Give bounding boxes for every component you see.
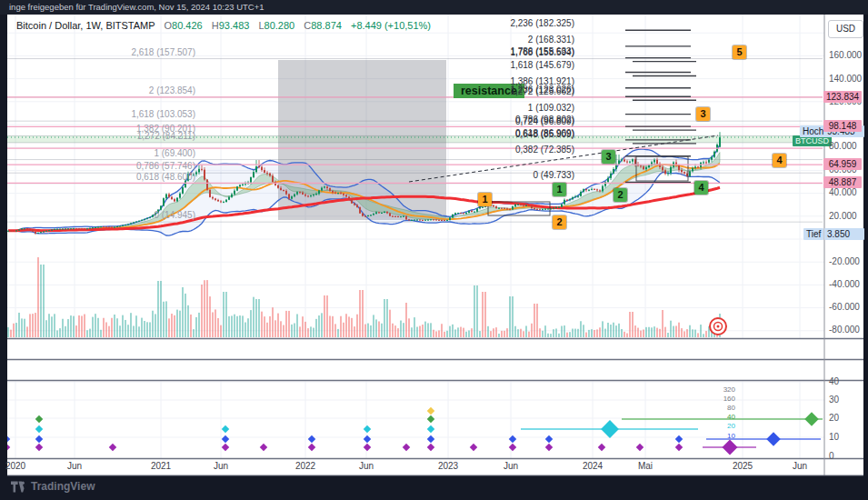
symbol-title[interactable]: Bitcoin / Dollar, 1W, BITSTAMP	[16, 20, 155, 31]
wave-count-badge-orange-2[interactable]: 2	[553, 215, 566, 229]
fib-retracement-label: 1,618 (103.053)	[14, 109, 195, 119]
indicator-level-label: 80	[708, 404, 735, 412]
fib-extension-label: 0 (49.733)	[393, 170, 574, 180]
open-label: O	[164, 20, 172, 31]
indicator-axis-label: 10	[829, 432, 839, 442]
wave-count-badge-green-1[interactable]: 1	[553, 183, 566, 196]
indicator-level-label: 10	[708, 432, 735, 440]
time-axis-label[interactable]: 2022	[285, 461, 325, 471]
indicator-axis-label: 0	[829, 451, 834, 461]
wave-count-badge-green-4[interactable]: 4	[694, 181, 708, 195]
indicator-level-label: 320	[708, 385, 735, 394]
time-axis-label[interactable]: Mai	[625, 461, 665, 471]
time-axis-label[interactable]: 2021	[141, 461, 181, 471]
indicator-level-label: 20	[708, 422, 735, 430]
fib-extension-label: 1,272 (125.662)	[393, 86, 574, 96]
price-axis-label: -20.000	[829, 256, 860, 266]
price-axis-label: 140.000	[829, 74, 862, 84]
currency-toggle-button[interactable]: USD	[828, 20, 863, 38]
indicator-level-label: 160	[708, 395, 735, 403]
high-label: H	[212, 20, 219, 31]
time-axis-label[interactable]: Jun	[201, 461, 241, 471]
time-axis-label[interactable]: Jun	[780, 461, 820, 471]
fib-extension-label: 0,648 (85.909)	[393, 129, 574, 139]
indicator-axis-label: 30	[829, 395, 839, 405]
alert-price-label[interactable]: 64.959	[823, 158, 862, 170]
tradingview-screenshot: inge freigegeben für TradingView.com, No…	[0, 0, 868, 500]
fib-extension-label: 1,768 (158.594)	[393, 47, 574, 57]
wave-count-badge-green-3[interactable]: 3	[602, 150, 615, 164]
low-value: 80.280	[264, 20, 295, 31]
price-axis-label: -40.000	[829, 279, 860, 289]
price-axis-label: -80.000	[829, 325, 860, 335]
price-axis-label: -60.000	[829, 302, 860, 312]
wave-count-badge-orange-5[interactable]: 5	[733, 45, 746, 59]
alert-price-label[interactable]: 123.834	[823, 91, 862, 103]
fib-extension-label: 2 (168.331)	[393, 35, 574, 45]
fib-extension-label: 2,236 (182.325)	[393, 18, 574, 28]
price-axis-label: 40.000	[829, 187, 857, 197]
time-axis-label[interactable]: 2020	[0, 461, 35, 471]
time-axis-label[interactable]: Jun	[55, 461, 95, 471]
indicator-axis-label: 40	[829, 376, 839, 386]
close-value: 88.874	[311, 20, 342, 31]
open-value: 80.426	[172, 20, 203, 31]
time-axis-label[interactable]: 2025	[723, 461, 763, 471]
fib-retracement-label: 2 (123.854)	[14, 85, 195, 95]
price-axis-label: 20.000	[829, 211, 857, 221]
indicator-level-label: 40	[708, 413, 735, 421]
tradingview-branding: TradingView	[11, 480, 95, 493]
fib-extension-label: 0,382 (72.385)	[393, 145, 574, 155]
tradingview-logo-icon	[11, 481, 26, 493]
chart-canvas[interactable]	[0, 0, 868, 500]
fib-extension-label: 1 (109.032)	[393, 103, 574, 113]
fib-retracement-label: 1,272 (84.211)	[14, 131, 195, 141]
fib-retracement-label: 0 (14.945)	[14, 210, 195, 220]
wave-count-badge-orange-3[interactable]: 3	[696, 107, 710, 121]
indicator-axis-label: 20	[829, 413, 839, 423]
alert-price-label[interactable]: 98.148	[823, 120, 862, 132]
symbol-legend[interactable]: Bitcoin / Dollar, 1W, BITSTAMP O80.426 H…	[16, 20, 431, 31]
time-axis-label[interactable]: 2023	[428, 461, 468, 471]
time-axis-label[interactable]: 2024	[573, 461, 613, 471]
wave-count-badge-orange-4[interactable]: 4	[773, 154, 786, 167]
high-value: 93.483	[219, 20, 250, 31]
fib-extension-label: 0,724 (96.809)	[393, 116, 574, 126]
time-axis-label[interactable]: Jun	[491, 461, 531, 471]
fib-retracement-label: 0,618 (48.600)	[14, 172, 195, 182]
range-low-label: Tief	[803, 228, 823, 240]
fib-extension-label: 1,618 (145.679)	[393, 60, 574, 70]
time-axis-label[interactable]: Jun	[346, 461, 386, 471]
fib-retracement-label: 1 (69.400)	[14, 148, 195, 158]
range-low-value: 3.850	[824, 228, 864, 240]
fib-retracement-label: 2,618 (157.507)	[14, 47, 195, 57]
wave-count-badge-orange-1[interactable]: 1	[478, 193, 492, 206]
price-axis-label: 80.000	[829, 141, 857, 151]
fib-retracement-label: 0,786 (57.746)	[14, 161, 195, 171]
alert-price-label[interactable]: 48.887	[823, 176, 862, 188]
wave-count-badge-green-2[interactable]: 2	[614, 188, 627, 202]
tradingview-brand-text: TradingView	[31, 480, 95, 493]
range-high-label: Hoch	[800, 125, 826, 137]
price-axis-label: 160.000	[829, 50, 862, 60]
